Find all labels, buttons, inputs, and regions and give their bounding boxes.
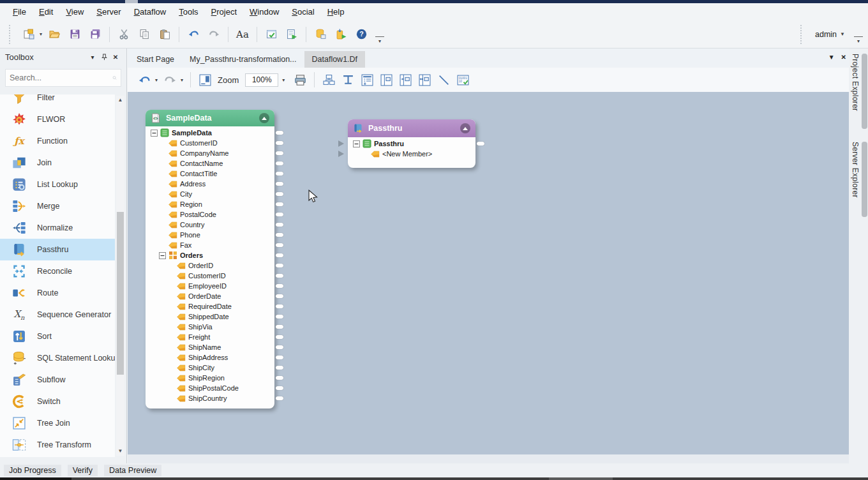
verify-dataflow-icon[interactable] xyxy=(262,25,281,44)
chevron-down-icon[interactable]: ▾ xyxy=(87,51,98,63)
toolbox-item-function[interactable]: ƒxFunction xyxy=(0,130,115,152)
paste-icon[interactable] xyxy=(155,25,174,44)
zoom-select[interactable]: 100% xyxy=(245,73,278,87)
toolbox-item-tree-join[interactable]: Tree Join xyxy=(0,412,115,434)
expander-minus-icon[interactable] xyxy=(353,140,360,147)
tab-start-page[interactable]: Start Page xyxy=(129,51,182,68)
open-file-icon[interactable] xyxy=(45,25,64,44)
output-port[interactable] xyxy=(276,243,283,247)
toolbox-item-reconcile[interactable]: Reconcile xyxy=(0,260,115,282)
new-document-icon[interactable] xyxy=(19,25,38,44)
toolbox-item-flwor[interactable]: FLWOR xyxy=(0,109,115,130)
status-tab-verify[interactable]: Verify xyxy=(68,465,98,476)
output-port[interactable] xyxy=(276,223,283,227)
toolbox-item-sql-statement-lookup[interactable]: SQL Statement Lookup xyxy=(0,347,115,369)
tree-row-employeeid[interactable]: EmployeeID xyxy=(148,281,273,291)
tree-row-phone[interactable]: Phone xyxy=(148,230,273,240)
tree-row-shipvia[interactable]: ShipVia xyxy=(148,322,273,332)
input-port-arrow[interactable] xyxy=(338,140,344,147)
user-menu[interactable]: admin ▼ xyxy=(810,27,850,41)
tree-row-requireddate[interactable]: RequiredDate xyxy=(148,301,273,311)
menu-item-tools[interactable]: Tools xyxy=(172,4,204,19)
save-all-icon[interactable] xyxy=(86,25,105,44)
input-port-arrow[interactable] xyxy=(338,151,344,157)
toolbar-overflow-button[interactable]: ▾ xyxy=(854,36,863,47)
source-node-header[interactable]: <> SampleData xyxy=(146,110,274,126)
redo-icon[interactable] xyxy=(204,25,223,44)
transform-node-header[interactable]: Passthru xyxy=(348,119,475,137)
status-tab-job-progress[interactable]: Job Progress xyxy=(4,465,61,476)
print-icon[interactable] xyxy=(291,71,309,88)
tree-row-new-member[interactable]: <New Member> xyxy=(350,149,474,159)
output-port[interactable] xyxy=(276,274,283,278)
menu-item-project[interactable]: Project xyxy=(205,4,243,19)
toolbox-item-join[interactable]: Join xyxy=(0,152,115,174)
toolbox-item-filter[interactable]: Filter xyxy=(0,94,115,109)
tree-row-shipcity[interactable]: ShipCity xyxy=(148,363,273,373)
dock-tab-server-explorer[interactable]: Server Explorer xyxy=(851,142,860,198)
menu-item-dataflow[interactable]: Dataflow xyxy=(128,4,173,19)
document-list-dropdown-icon[interactable]: ▼ xyxy=(828,54,835,61)
tab-dataflow1-df[interactable]: Dataflow1.Df xyxy=(304,51,366,68)
tree-row-fax[interactable]: Fax xyxy=(148,240,273,250)
output-port[interactable] xyxy=(276,315,283,319)
tree-row-city[interactable]: City xyxy=(148,189,273,199)
expand-node-wide-icon[interactable] xyxy=(415,71,433,88)
tree-row-shipname[interactable]: ShipName xyxy=(148,342,273,352)
tree-row-orders[interactable]: Orders xyxy=(148,250,273,260)
collapse-node-button[interactable] xyxy=(460,123,470,133)
horizontal-scroll-area[interactable] xyxy=(128,454,849,463)
toolbar-drag-handle[interactable] xyxy=(9,25,12,44)
tree-row-freight[interactable]: Freight xyxy=(148,332,273,342)
tree-row-contacttitle[interactable]: ContactTitle xyxy=(148,169,273,179)
tree-row-companyname[interactable]: CompanyName xyxy=(148,148,273,158)
font-icon[interactable]: Aa xyxy=(233,25,252,44)
output-port[interactable] xyxy=(276,294,283,298)
tree-row-customerid[interactable]: CustomerID xyxy=(148,138,273,148)
tree-row-sampledata[interactable]: SampleData xyxy=(148,128,273,138)
close-document-icon[interactable]: ✕ xyxy=(841,54,846,61)
undo-icon[interactable] xyxy=(184,25,203,44)
help-icon[interactable]: ? xyxy=(352,25,371,44)
source-node-sampledata[interactable]: <> SampleData SampleDataCustomerIDCompan… xyxy=(146,110,274,409)
batch-run-icon[interactable] xyxy=(331,25,350,44)
output-port[interactable] xyxy=(276,366,283,370)
output-port[interactable] xyxy=(276,202,283,206)
transform-node-passthru[interactable]: Passthru Passthru<New Member> xyxy=(348,119,475,168)
toolbox-item-switch[interactable]: Switch xyxy=(0,391,115,412)
menu-item-social[interactable]: Social xyxy=(285,4,320,19)
menu-item-file[interactable]: File xyxy=(6,4,33,19)
tree-row-shippostalcode[interactable]: ShipPostalCode xyxy=(148,383,273,393)
output-port[interactable] xyxy=(276,213,283,216)
toolbox-item-passthru[interactable]: Passthru xyxy=(0,239,115,260)
link-style-icon[interactable] xyxy=(435,71,453,88)
collapse-node-button[interactable] xyxy=(259,113,269,123)
output-port[interactable] xyxy=(276,335,283,339)
pin-icon[interactable] xyxy=(98,51,110,63)
tree-row-passthru[interactable]: Passthru xyxy=(350,139,474,149)
tree-row-country[interactable]: Country xyxy=(148,220,273,230)
vertical-layout-icon[interactable] xyxy=(339,71,357,88)
tab-my-passthru-transformation[interactable]: My_Passthru-transformation... xyxy=(182,51,304,68)
toolbar-overflow-button[interactable]: ▾ xyxy=(375,36,384,47)
toolbox-item-route[interactable]: Route xyxy=(0,282,115,304)
expander-minus-icon[interactable] xyxy=(151,130,158,137)
toolbox-item-list-lookup[interactable]: List Lookup xyxy=(0,174,115,195)
data-preview-grid-icon[interactable]: 0100110 xyxy=(454,71,472,88)
output-port[interactable] xyxy=(477,142,484,146)
toolbox-item-subflow[interactable]: Subflow xyxy=(0,369,115,391)
toolbox-item-sequence-generator[interactable]: XnSequence Generator xyxy=(0,304,115,326)
tree-row-shipcountry[interactable]: ShipCountry xyxy=(148,393,273,403)
menu-item-help[interactable]: Help xyxy=(321,4,351,19)
tree-row-shippeddate[interactable]: ShippedDate xyxy=(148,311,273,322)
cut-icon[interactable] xyxy=(114,25,133,44)
scroll-down-icon[interactable]: ▼ xyxy=(116,447,124,456)
tree-row-orderid[interactable]: OrderID xyxy=(148,260,273,271)
toolbox-item-normalize[interactable]: Normalize xyxy=(0,217,115,239)
collapse-node-icon[interactable] xyxy=(377,71,395,88)
output-port[interactable] xyxy=(276,386,283,390)
run-dataflow-icon[interactable] xyxy=(282,25,301,44)
expander-minus-icon[interactable] xyxy=(159,252,166,259)
output-port[interactable] xyxy=(276,192,283,196)
toolbox-scrollbar[interactable]: ▲ ▼ xyxy=(116,96,124,456)
